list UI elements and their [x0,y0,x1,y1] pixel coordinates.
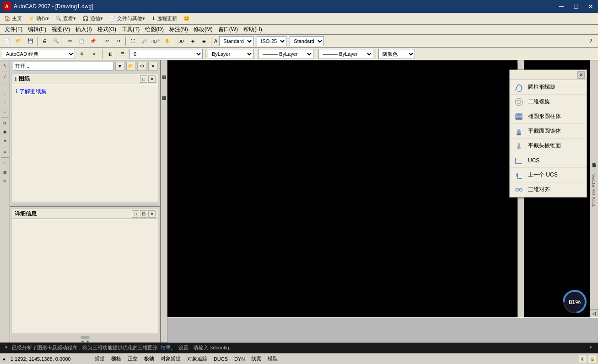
tb-render[interactable]: ◉ [199,36,210,47]
linetype-combo[interactable]: ——— ByLayer [259,49,313,59]
gradient-btn[interactable]: ▣ [1,128,9,136]
workspace-combo[interactable]: AutoCAD 经典 [2,49,75,59]
menu-item-T[interactable]: 工具(T) [119,25,142,34]
insert-block-btn[interactable]: ⬚ [1,159,9,167]
menu-item-E[interactable]: 编辑(E) [25,25,49,34]
action-btn[interactable]: ⚡ 动作▾ [26,14,51,24]
view-btn[interactable]: 🔍 查看▾ [53,14,78,24]
table-style-combo[interactable]: Standard [290,36,324,46]
menu-item-W[interactable]: 窗口(W) [215,25,241,34]
block-btn[interactable]: ▦ [1,168,9,176]
tb-zoom-prev[interactable]: ◁🔎 [150,36,161,47]
cm-item-helix[interactable]: 圆柱形螺旋 [510,80,587,95]
details-panel-close[interactable]: ✕ [148,210,156,218]
browse-btn[interactable]: ▼ [115,62,124,71]
status-lock-btn[interactable]: 🔒 [588,355,596,363]
side-tab-3[interactable]: 图层制图 [161,102,167,104]
dyn-btn[interactable]: DYN [232,354,247,364]
tb-redo[interactable]: ↪ [113,36,124,47]
maximize-btn[interactable]: □ [569,0,583,13]
tb-save[interactable]: 💾 [25,36,36,47]
tb-open[interactable]: 📂 [13,36,24,47]
ph-btn1[interactable]: 📂 [126,62,135,71]
comm-btn[interactable]: 🎧 通信▾ [80,14,105,24]
arc-btn[interactable]: ◜ [1,99,9,107]
tb-print[interactable]: 🖨 [39,36,50,47]
arrow-right-btn[interactable]: ► [589,344,594,349]
tb-layers-icon[interactable]: ◧ [105,48,116,59]
ph-close[interactable]: ✕ [148,62,157,71]
details-panel-btn2[interactable]: ⊟ [140,210,147,218]
menu-item-V[interactable]: 视图(V) [49,25,73,34]
tb-help[interactable]: ? [585,36,596,47]
cm-item-ellipse-cyl[interactable]: 椭圆形圆柱体 [510,109,587,124]
update-btn[interactable]: ⬇ 远程更新 [149,14,179,24]
drawings-panel-btn1[interactable]: □ [140,75,147,83]
tool-palettes-toggle[interactable]: ◁ [590,309,598,317]
lineweight-combo[interactable]: ——— ByLayer [318,49,373,59]
tb-cut[interactable]: ✂ [65,36,75,47]
home-btn[interactable]: 🏠 主页 [2,14,24,24]
right-side-tab-1[interactable]: 图层特性 [517,61,524,63]
status-scale-btn[interactable]: ⊞ [579,355,587,363]
table-btn[interactable]: ⊞ [1,177,9,185]
panel-scroll-handle[interactable] [81,336,90,339]
line-btn[interactable]: ╱ [1,73,9,81]
polyline-btn[interactable]: ⌒ [1,81,9,90]
tb-preview[interactable]: 🔍 [50,36,61,47]
arrow-up-btn[interactable]: ▲ [2,356,6,361]
open-input[interactable] [13,62,113,71]
side-tab-1[interactable]: 图层特性 [161,61,167,63]
tb-new[interactable]: 📄 [2,36,13,47]
ducs-btn[interactable]: DUCS [211,354,230,364]
osnap-btn[interactable]: 对象捕捉 [158,354,183,364]
ph-btn2[interactable]: ⚙ [137,62,146,71]
text-btn[interactable]: A [1,148,9,156]
otrack-btn[interactable]: 对象追踪 [185,354,210,364]
region-btn[interactable]: ◈ [1,136,9,145]
menu-item-D[interactable]: 绘图(D) [142,25,167,34]
dim-style-combo[interactable]: ISO-25 [257,36,286,46]
circle-btn[interactable]: ○ [1,90,9,98]
lw-btn[interactable]: 线宽 [249,354,264,364]
tb-workspace-icon[interactable]: ⚙ [76,48,87,59]
tb-zoom-extent[interactable]: ⛶ [127,36,138,47]
tb-3d[interactable]: 3D [176,36,187,47]
panel-splitter[interactable] [12,202,158,204]
right-arrow[interactable]: ► [86,339,90,343]
tb-undo[interactable]: ↩ [102,36,113,47]
menu-item-I[interactable]: 插入(I) [73,25,94,34]
layer-combo[interactable]: 0 [129,49,203,59]
side-tab-2[interactable]: 灌钢特性 [161,82,167,84]
menu-item-F[interactable]: 文件(F) [2,25,25,34]
menu-item-H[interactable]: 帮助(H) [241,25,265,34]
polar-btn[interactable]: 极轴 [142,354,156,364]
text-style-combo[interactable]: Standard [219,36,253,46]
tb-pan[interactable]: ✋ [162,36,172,47]
cm-item-ucs[interactable]: UCS [510,153,587,168]
hatch-btn[interactable]: ⊟ [1,119,9,127]
color-combo[interactable]: ByLayer [208,49,253,59]
tool-palettes-panel[interactable]: TOOL PALETTES - 所有选项板 [590,60,598,317]
menu-item-M[interactable]: 修改(M) [191,25,215,34]
snap-btn[interactable]: 捕捉 [92,354,107,364]
notif-link[interactable]: 结果。 [161,344,176,351]
cm-item-helix2d[interactable]: 二维螺旋 [510,95,587,109]
rect-btn[interactable]: □ [1,107,9,116]
cm-item-truncated-cone[interactable]: 平截面圆锥体 [510,124,587,139]
grid-btn[interactable]: 栅格 [109,354,124,364]
left-arrow[interactable]: ◄ [81,339,84,343]
cm-item-3dalign[interactable]: 三维对齐 [510,182,587,197]
context-menu-close[interactable]: ✕ [577,71,585,79]
cm-item-pyramid[interactable]: 平截头棱锥面 [510,139,587,153]
emoji-btn[interactable]: 😊 [181,14,192,24]
select-btn[interactable]: ↖ [1,61,9,70]
menu-item-O[interactable]: 格式(O) [95,25,119,34]
close-btn[interactable]: ✕ [583,0,598,13]
tb-zoom-window[interactable]: 🔎 [139,36,150,47]
plotstyle-combo[interactable]: 随颜色 [378,49,415,59]
details-panel-btn1[interactable]: □ [132,210,139,218]
file-btn[interactable]: 📄 文件与其他▾ [107,14,147,24]
tb-workspace2[interactable]: ≡ [89,48,100,59]
tb-shade[interactable]: ◈ [187,36,198,47]
